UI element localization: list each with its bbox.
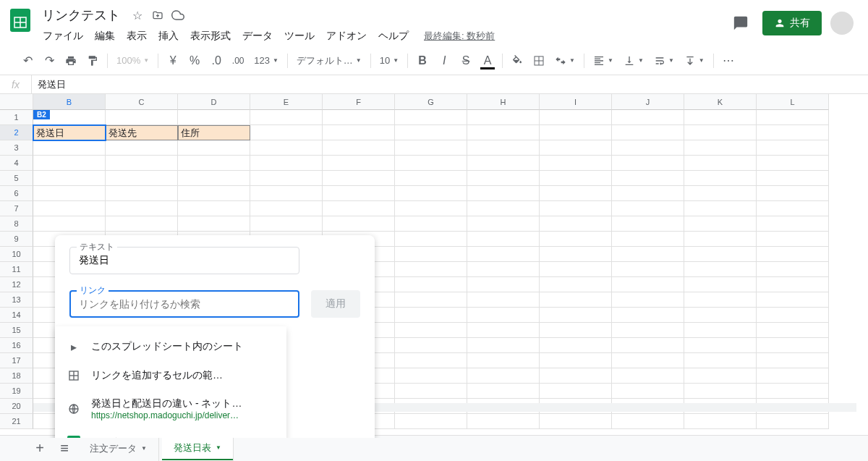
menu-edit[interactable]: 編集 — [90, 27, 120, 46]
cell-B5[interactable] — [33, 171, 106, 186]
cell-J14[interactable] — [612, 308, 684, 323]
column-header-B[interactable]: B — [33, 94, 106, 110]
cell-D7[interactable] — [178, 201, 250, 216]
comments-button[interactable] — [728, 10, 754, 36]
cell-G9[interactable] — [395, 232, 467, 247]
cell-H13[interactable] — [467, 292, 540, 308]
share-button[interactable]: 共有 — [762, 11, 822, 35]
cell-I5[interactable] — [540, 171, 612, 186]
cell-K5[interactable] — [684, 171, 757, 186]
cell-L5[interactable] — [757, 171, 829, 186]
cell-H21[interactable] — [467, 414, 540, 429]
cell-C5[interactable] — [106, 171, 178, 186]
cell-E1[interactable] — [250, 110, 323, 125]
row-header-7[interactable]: 7 — [0, 201, 33, 216]
cell-G18[interactable] — [395, 368, 467, 384]
column-header-I[interactable]: I — [540, 94, 612, 110]
cell-L17[interactable] — [757, 353, 829, 368]
cell-G2[interactable] — [395, 125, 467, 140]
suggestion-cell-range[interactable]: リンクを追加するセルの範… — [55, 361, 286, 390]
move-icon[interactable] — [150, 8, 165, 22]
print-button[interactable] — [61, 51, 81, 71]
cell-I3[interactable] — [540, 140, 612, 156]
cell-J10[interactable] — [612, 247, 684, 262]
cell-J6[interactable] — [612, 186, 684, 201]
font-dropdown[interactable]: デフォルト…▼ — [292, 51, 366, 70]
cell-H19[interactable] — [467, 384, 540, 399]
cell-F2[interactable] — [323, 125, 395, 140]
cell-J16[interactable] — [612, 338, 684, 353]
column-header-D[interactable]: D — [178, 94, 250, 110]
cell-I11[interactable] — [540, 262, 612, 277]
currency-button[interactable]: ¥ — [163, 51, 183, 71]
cell-I15[interactable] — [540, 323, 612, 338]
cell-K13[interactable] — [684, 292, 757, 308]
cell-K2[interactable] — [684, 125, 757, 140]
cell-L8[interactable] — [757, 216, 829, 232]
cell-G14[interactable] — [395, 308, 467, 323]
cell-F1[interactable] — [323, 110, 395, 125]
cell-K16[interactable] — [684, 338, 757, 353]
cell-I4[interactable] — [540, 156, 612, 171]
cell-G11[interactable] — [395, 262, 467, 277]
row-header-13[interactable]: 13 — [0, 292, 33, 308]
cell-J21[interactable] — [612, 414, 684, 429]
cell-L12[interactable] — [757, 277, 829, 292]
cell-H5[interactable] — [467, 171, 540, 186]
cell-H9[interactable] — [467, 232, 540, 247]
cell-J9[interactable] — [612, 232, 684, 247]
row-header-10[interactable]: 10 — [0, 247, 33, 262]
cell-E6[interactable] — [250, 186, 323, 201]
row-header-1[interactable]: 1 — [0, 110, 33, 125]
cell-H16[interactable] — [467, 338, 540, 353]
cell-J11[interactable] — [612, 262, 684, 277]
cell-K19[interactable] — [684, 384, 757, 399]
cell-L1[interactable] — [757, 110, 829, 125]
row-header-15[interactable]: 15 — [0, 323, 33, 338]
row-header-19[interactable]: 19 — [0, 384, 33, 399]
cell-D1[interactable] — [178, 110, 250, 125]
cell-I9[interactable] — [540, 232, 612, 247]
cell-B6[interactable] — [33, 186, 106, 201]
cell-L11[interactable] — [757, 262, 829, 277]
borders-button[interactable] — [529, 51, 549, 71]
row-header-5[interactable]: 5 — [0, 171, 33, 186]
cell-J4[interactable] — [612, 156, 684, 171]
redo-button[interactable]: ↷ — [39, 51, 59, 71]
percent-button[interactable]: % — [184, 51, 205, 71]
bold-button[interactable]: B — [412, 51, 433, 71]
cell-G16[interactable] — [395, 338, 467, 353]
cell-L13[interactable] — [757, 292, 829, 308]
column-header-G[interactable]: G — [395, 94, 467, 110]
cell-J12[interactable] — [612, 277, 684, 292]
undo-button[interactable]: ↶ — [17, 51, 38, 71]
fx-label[interactable]: fx — [0, 75, 32, 93]
column-header-E[interactable]: E — [250, 94, 323, 110]
cell-F6[interactable] — [323, 186, 395, 201]
cell-K11[interactable] — [684, 262, 757, 277]
cell-H7[interactable] — [467, 201, 540, 216]
cell-K6[interactable] — [684, 186, 757, 201]
cell-I18[interactable] — [540, 368, 612, 384]
column-header-C[interactable]: C — [106, 94, 178, 110]
row-header-6[interactable]: 6 — [0, 186, 33, 201]
cell-H4[interactable] — [467, 156, 540, 171]
cell-B4[interactable] — [33, 156, 106, 171]
cell-D8[interactable] — [178, 216, 250, 232]
cell-L7[interactable] — [757, 201, 829, 216]
cell-E5[interactable] — [250, 171, 323, 186]
column-header-K[interactable]: K — [684, 94, 757, 110]
cell-I1[interactable] — [540, 110, 612, 125]
row-header-16[interactable]: 16 — [0, 338, 33, 353]
fill-color-button[interactable] — [507, 51, 527, 71]
cell-J19[interactable] — [612, 384, 684, 399]
cell-L18[interactable] — [757, 368, 829, 384]
cell-K15[interactable] — [684, 323, 757, 338]
cell-H1[interactable] — [467, 110, 540, 125]
cell-L6[interactable] — [757, 186, 829, 201]
cell-D3[interactable] — [178, 140, 250, 156]
menu-insert[interactable]: 挿入 — [153, 27, 184, 46]
cell-L21[interactable] — [757, 414, 829, 429]
sheets-logo[interactable] — [6, 6, 35, 35]
cell-G15[interactable] — [395, 323, 467, 338]
